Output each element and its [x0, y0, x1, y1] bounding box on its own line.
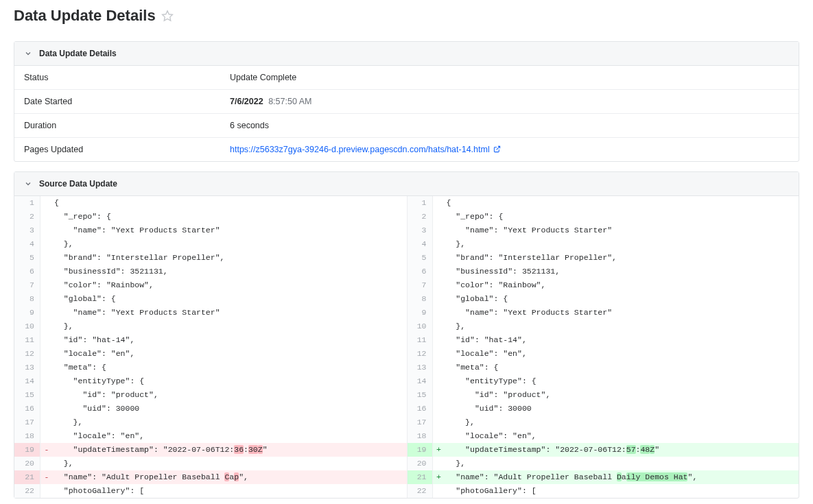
source-panel-title: Source Data Update	[39, 179, 117, 189]
source-panel-header[interactable]: Source Data Update	[14, 172, 799, 196]
line-number: 18	[407, 429, 433, 443]
code-content: "entityType": {	[53, 374, 407, 388]
line-number: 3	[407, 224, 433, 237]
diff-marker	[40, 292, 53, 306]
diff-marker	[433, 457, 445, 470]
code-content: "businessId": 3521131,	[53, 265, 407, 278]
diff-marker	[433, 374, 445, 388]
diff-line: 19- "updateTimestamp": "2022-07-06T12:36…	[14, 443, 407, 457]
diff-marker	[433, 347, 445, 361]
diff-marker: -	[40, 443, 53, 457]
diff-marker	[40, 196, 53, 210]
diff-line: 1{	[407, 196, 799, 210]
diff-line: 13 "meta": {	[14, 361, 407, 374]
details-panel-header[interactable]: Data Update Details	[14, 42, 799, 66]
diff-line: 21- "name": "Adult Propeller Baseball Ca…	[14, 470, 407, 484]
diff-marker	[433, 416, 445, 429]
code-content: "locale": "en",	[53, 429, 407, 443]
diff-marker	[433, 251, 445, 265]
diff-marker	[40, 347, 53, 361]
line-number: 22	[14, 484, 40, 498]
line-number: 17	[14, 416, 40, 429]
code-content: "id": "hat-14",	[445, 333, 799, 347]
diff-line: 12 "locale": "en",	[14, 347, 407, 361]
code-content: "entityType": {	[445, 374, 799, 388]
code-content: "_repo": {	[445, 210, 799, 224]
status-value: Update Complete	[220, 66, 799, 90]
diff-marker	[433, 237, 445, 251]
diff-marker: +	[433, 470, 445, 484]
diff-marker	[433, 196, 445, 210]
code-content: "updateTimestamp": "2022-07-06T12:36:30Z…	[53, 443, 407, 457]
line-number: 5	[407, 251, 433, 265]
diff-line: 19+ "updateTimestamp": "2022-07-06T12:57…	[407, 443, 799, 457]
diff-marker	[40, 416, 53, 429]
line-number: 20	[407, 457, 433, 470]
code-content: "uid": 30000	[53, 402, 407, 416]
line-number: 16	[407, 402, 433, 416]
diff-marker: -	[40, 470, 53, 484]
svg-line-1	[497, 146, 500, 149]
line-number: 13	[407, 361, 433, 374]
code-content: },	[445, 416, 799, 429]
diff-marker	[40, 265, 53, 278]
diff-marker	[433, 320, 445, 333]
diff-marker: +	[433, 443, 445, 457]
line-number: 12	[407, 347, 433, 361]
diff-line: 5 "brand": "Interstellar Propeller",	[14, 251, 407, 265]
line-number: 2	[407, 210, 433, 224]
row-date-started: Date Started 7/6/2022 8:57:50 AM	[14, 90, 799, 114]
diff-marker	[40, 402, 53, 416]
diff-marker	[40, 374, 53, 388]
line-number: 14	[14, 374, 40, 388]
code-content: "locale": "en",	[445, 429, 799, 443]
code-content: },	[53, 320, 407, 333]
diff-line: 6 "businessId": 3521131,	[14, 265, 407, 278]
diff-marker	[433, 224, 445, 237]
code-content: "name": "Yext Products Starter"	[445, 224, 799, 237]
diff-marker	[433, 429, 445, 443]
diff-marker	[40, 224, 53, 237]
diff-line: 7 "color": "Rainbow",	[14, 278, 407, 292]
diff-line: 14 "entityType": {	[14, 374, 407, 388]
line-number: 8	[407, 292, 433, 306]
code-content: "photoGallery": [	[445, 484, 799, 498]
diff-marker	[40, 237, 53, 251]
row-duration: Duration 6 seconds	[14, 114, 799, 138]
pages-updated-url: https://z5633z7gya-39246-d.preview.pages…	[230, 145, 490, 154]
diff-marker	[433, 484, 445, 498]
code-content: "name": "Adult Propeller Baseball Daily …	[445, 470, 799, 484]
line-number: 4	[14, 237, 40, 251]
diff-right-pane: 1{2 "_repo": {3 "name": "Yext Products S…	[407, 196, 799, 498]
code-content: "meta": {	[445, 361, 799, 374]
diff-line: 18 "locale": "en",	[407, 429, 799, 443]
line-number: 10	[407, 320, 433, 333]
line-number: 1	[407, 196, 433, 210]
diff-marker	[40, 429, 53, 443]
diff-line: 17 },	[14, 416, 407, 429]
line-number: 9	[407, 306, 433, 320]
diff-marker	[433, 292, 445, 306]
pages-updated-label: Pages Updated	[14, 138, 220, 162]
code-content: "locale": "en",	[445, 347, 799, 361]
line-number: 11	[407, 333, 433, 347]
code-content: },	[53, 416, 407, 429]
line-number: 19	[14, 443, 40, 457]
diff-line: 2 "_repo": {	[407, 210, 799, 224]
diff-line: 13 "meta": {	[407, 361, 799, 374]
line-number: 4	[407, 237, 433, 251]
line-number: 18	[14, 429, 40, 443]
row-pages-updated: Pages Updated https://z5633z7gya-39246-d…	[14, 138, 799, 162]
favorite-star-icon[interactable]	[161, 10, 174, 22]
code-content: "businessId": 3521131,	[445, 265, 799, 278]
code-content: "color": "Rainbow",	[445, 278, 799, 292]
line-number: 6	[14, 265, 40, 278]
diff-line: 11 "id": "hat-14",	[407, 333, 799, 347]
line-number: 14	[407, 374, 433, 388]
pages-updated-link[interactable]: https://z5633z7gya-39246-d.preview.pages…	[230, 145, 501, 154]
diff-line: 21+ "name": "Adult Propeller Baseball Da…	[407, 470, 799, 484]
date-started-value: 7/6/2022 8:57:50 AM	[220, 90, 799, 114]
code-content: "brand": "Interstellar Propeller",	[53, 251, 407, 265]
diff-line: 20 },	[14, 457, 407, 470]
line-number: 11	[14, 333, 40, 347]
